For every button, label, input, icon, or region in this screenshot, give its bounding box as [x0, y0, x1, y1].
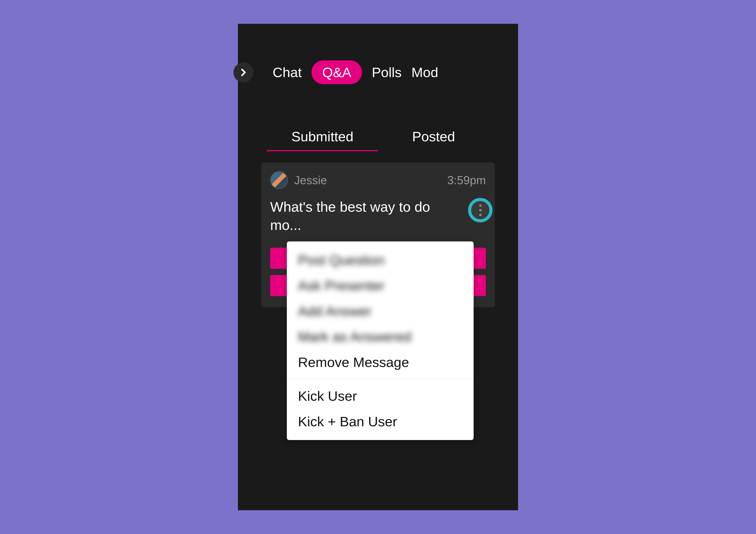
more-vertical-icon [479, 204, 482, 216]
subtab-posted[interactable]: Posted [378, 129, 489, 151]
tab-mod[interactable]: Mod [411, 62, 438, 82]
card-header: Jessie 3:59pm [270, 171, 486, 189]
question-text: What's the best way to do mo... [270, 198, 452, 234]
tab-polls[interactable]: Polls [372, 62, 402, 82]
menu-item-kick-ban-user[interactable]: Kick + Ban User [287, 409, 473, 434]
avatar [270, 171, 288, 189]
subtab-submitted[interactable]: Submitted [267, 129, 378, 151]
expand-button[interactable] [233, 63, 254, 82]
menu-item-post-question[interactable]: Post Question [287, 247, 473, 273]
menu-item-kick-user[interactable]: Kick User [287, 383, 473, 409]
chevron-right-icon [239, 68, 248, 77]
top-row: Chat Q&A Polls Mod [238, 24, 518, 84]
sub-tabs: Submitted Posted [238, 129, 518, 151]
menu-item-ask-presenter[interactable]: Ask Presenter [287, 273, 473, 298]
context-menu: Post Question Ask Presenter Add Answer M… [287, 242, 473, 440]
menu-item-mark-answered[interactable]: Mark as Answered [287, 324, 473, 349]
author-name: Jessie [294, 173, 327, 187]
menu-item-remove-message[interactable]: Remove Message [287, 349, 473, 375]
qa-panel: Chat Q&A Polls Mod Submitted Posted Jess… [238, 24, 518, 510]
tab-chat[interactable]: Chat [273, 62, 302, 82]
more-options-button[interactable] [470, 200, 490, 220]
timestamp: 3:59pm [447, 173, 486, 187]
tab-qa[interactable]: Q&A [311, 61, 362, 84]
main-tabs: Chat Q&A Polls Mod [273, 61, 438, 84]
menu-item-add-answer[interactable]: Add Answer [287, 298, 473, 324]
